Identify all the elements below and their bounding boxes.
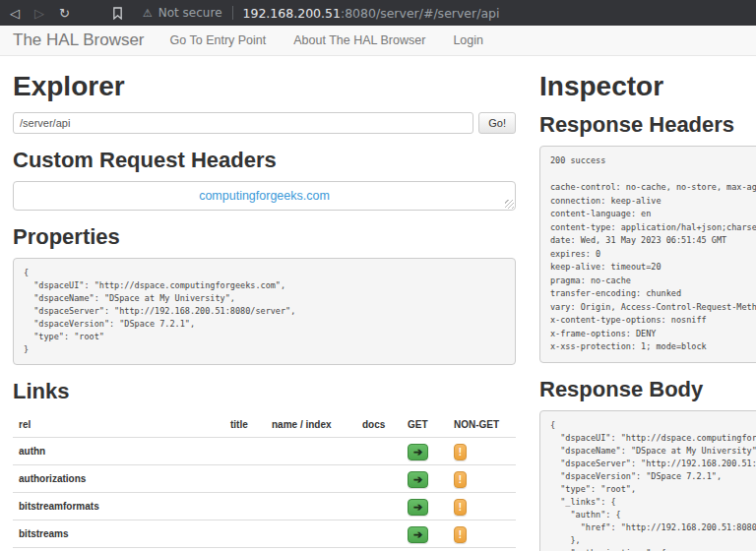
rel-label: authorizations bbox=[13, 465, 224, 493]
rel-label: authn bbox=[13, 438, 224, 465]
exclamation-icon: ! bbox=[459, 474, 462, 485]
navbar-brand[interactable]: The HAL Browser bbox=[13, 31, 145, 50]
name-index-cell bbox=[266, 548, 356, 551]
col-header-docs: docs bbox=[356, 412, 402, 438]
col-header-name-index: name / index bbox=[266, 412, 356, 438]
exclamation-icon: ! bbox=[459, 447, 462, 458]
get-button[interactable]: ➔ bbox=[408, 526, 428, 543]
docs-cell bbox=[356, 465, 402, 493]
url-path: :8080/server/#/server/api bbox=[341, 6, 500, 21]
properties-json: { "dspaceUI": "http://dspace.computingfo… bbox=[13, 258, 516, 365]
docs-cell bbox=[356, 548, 402, 551]
arrow-right-icon: ➔ bbox=[413, 528, 422, 540]
arrow-right-icon: ➔ bbox=[413, 501, 422, 513]
custom-request-headers-title: Custom Request Headers bbox=[13, 148, 516, 173]
name-index-cell bbox=[266, 465, 356, 493]
title-cell bbox=[224, 520, 266, 548]
response-headers-title: Response Headers bbox=[539, 112, 756, 138]
not-secure-warning-icon[interactable]: ⚠ bbox=[143, 8, 153, 19]
go-button[interactable]: Go! bbox=[478, 112, 516, 134]
non-get-button[interactable]: ! bbox=[454, 471, 467, 488]
title-cell bbox=[224, 465, 266, 493]
response-body-json: { "dspaceUI": "http://dspace.computingfo… bbox=[539, 410, 756, 551]
not-secure-label[interactable]: Not secure bbox=[158, 6, 222, 20]
table-row-bitstreams: bitstreams ➔ ! bbox=[13, 520, 516, 548]
title-cell bbox=[224, 438, 266, 465]
col-header-non-get: NON-GET bbox=[448, 412, 516, 438]
name-index-cell bbox=[266, 520, 356, 548]
rel-label: browses bbox=[13, 548, 224, 551]
custom-headers-value: computingforgeeks.com bbox=[199, 189, 330, 203]
explorer-address-row: Go! bbox=[13, 112, 516, 134]
rel-label: bitstreams bbox=[13, 520, 224, 548]
arrow-right-icon: ➔ bbox=[413, 473, 422, 485]
nav-link-entry-point[interactable]: Go To Entry Point bbox=[170, 33, 267, 47]
docs-cell bbox=[356, 520, 402, 548]
links-title: Links bbox=[13, 379, 516, 404]
table-row-bitstreamformats: bitstreamformats ➔ ! bbox=[13, 493, 516, 520]
response-headers-text: 200 success cache-control: no-cache, no-… bbox=[539, 146, 756, 363]
forward-icon[interactable]: ▷ bbox=[34, 7, 44, 20]
col-header-get: GET bbox=[402, 412, 448, 438]
title-cell bbox=[224, 548, 266, 551]
table-row-authorizations: authorizations ➔ ! bbox=[13, 465, 516, 493]
name-index-cell bbox=[266, 438, 356, 465]
browser-chrome-bar: ◁ ▷ ↻ ⚠ Not secure 192.168.200.51:8080/s… bbox=[0, 0, 756, 26]
arrow-right-icon: ➔ bbox=[413, 446, 422, 458]
inspector-panel: Inspector Response Headers 200 success c… bbox=[539, 56, 756, 551]
links-table-header-row: rel title name / index docs GET NON-GET bbox=[13, 412, 516, 438]
explorer-title: Explorer bbox=[13, 71, 516, 102]
get-button[interactable]: ➔ bbox=[408, 499, 428, 516]
bookmark-icon[interactable] bbox=[112, 7, 123, 20]
custom-request-headers-textarea[interactable]: computingforgeeks.com bbox=[13, 181, 516, 211]
explorer-path-input[interactable] bbox=[13, 112, 473, 134]
links-table: rel title name / index docs GET NON-GET … bbox=[13, 412, 516, 551]
docs-cell bbox=[356, 493, 402, 520]
rel-label: bitstreamformats bbox=[13, 493, 224, 520]
table-row-browses: browses ➔ ! bbox=[13, 548, 516, 551]
title-cell bbox=[224, 493, 266, 520]
exclamation-icon: ! bbox=[459, 502, 462, 513]
get-button[interactable]: ➔ bbox=[408, 444, 428, 460]
hal-navbar: The HAL Browser Go To Entry Point About … bbox=[0, 26, 756, 56]
nav-link-about[interactable]: About The HAL Browser bbox=[293, 33, 425, 47]
col-header-rel: rel bbox=[13, 412, 224, 438]
nav-link-login[interactable]: Login bbox=[453, 33, 483, 47]
url-separator bbox=[232, 6, 233, 20]
inspector-title: Inspector bbox=[539, 71, 756, 102]
url-host: 192.168.200.51 bbox=[243, 6, 341, 21]
exclamation-icon: ! bbox=[459, 529, 462, 540]
back-icon[interactable]: ◁ bbox=[10, 7, 20, 20]
properties-title: Properties bbox=[13, 224, 516, 250]
non-get-button[interactable]: ! bbox=[454, 526, 467, 543]
address-bar-url[interactable]: 192.168.200.51:8080/server/#/server/api bbox=[243, 6, 500, 21]
main-content: Explorer Go! Custom Request Headers comp… bbox=[0, 56, 756, 551]
col-header-title: title bbox=[224, 412, 266, 438]
response-body-title: Response Body bbox=[539, 377, 756, 402]
non-get-button[interactable]: ! bbox=[454, 499, 467, 516]
reload-icon[interactable]: ↻ bbox=[59, 7, 70, 20]
name-index-cell bbox=[266, 493, 356, 520]
explorer-panel: Explorer Go! Custom Request Headers comp… bbox=[13, 56, 516, 551]
non-get-button[interactable]: ! bbox=[454, 444, 467, 460]
table-row-authn: authn ➔ ! bbox=[13, 438, 516, 465]
docs-cell bbox=[356, 438, 402, 465]
get-button[interactable]: ➔ bbox=[408, 471, 428, 488]
textarea-resize-handle[interactable] bbox=[505, 200, 514, 209]
